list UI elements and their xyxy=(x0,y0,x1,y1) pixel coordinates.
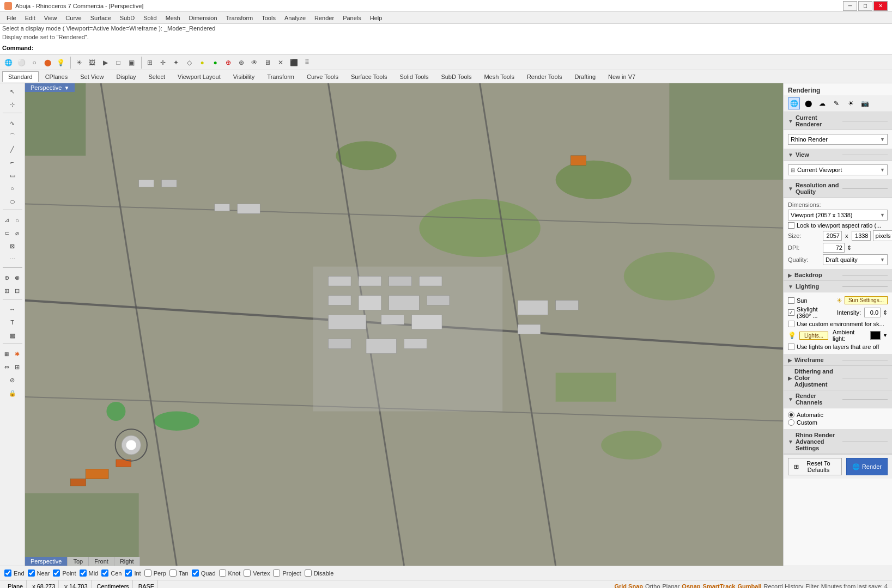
snap-vertex[interactable]: Vertex xyxy=(244,569,270,577)
tool-hide[interactable]: ⊘ xyxy=(2,374,23,386)
sun-checkbox[interactable] xyxy=(788,297,794,304)
tool-hatch[interactable]: ▩ xyxy=(2,329,23,341)
reset-defaults-button[interactable]: ⊞ Reset To Defaults xyxy=(788,458,842,475)
snap-knot[interactable]: Knot xyxy=(219,569,241,577)
tab-surface-tools[interactable]: Surface Tools xyxy=(345,71,393,82)
automatic-radio[interactable] xyxy=(788,412,794,418)
menu-help[interactable]: Help xyxy=(366,14,387,22)
menu-transform[interactable]: Transform xyxy=(222,14,258,22)
snap-grid[interactable]: Grid Snap xyxy=(614,583,643,589)
tool-ellipse[interactable]: ⬭ xyxy=(2,195,23,207)
tool-patch[interactable]: ⊠ xyxy=(2,240,23,252)
tab-solid-tools[interactable]: Solid Tools xyxy=(393,71,434,82)
tool-cube2[interactable]: ⬛ xyxy=(288,57,300,69)
menu-mesh[interactable]: Mesh xyxy=(161,14,185,22)
tool-star[interactable]: ✦ xyxy=(170,57,182,69)
menu-render[interactable]: Render xyxy=(310,14,338,22)
tool-arc[interactable]: ⌒ xyxy=(2,130,23,142)
vp-tab-right[interactable]: Right xyxy=(114,557,140,566)
width-input[interactable] xyxy=(823,231,842,241)
skylight-checkbox[interactable] xyxy=(788,309,794,316)
tool-polyline[interactable]: ⌐ xyxy=(2,156,23,168)
tool-text[interactable]: T xyxy=(2,316,23,328)
tool-diamond[interactable]: ◇ xyxy=(183,57,195,69)
tab-curve-tools[interactable]: Curve Tools xyxy=(301,71,344,82)
snap-perp[interactable]: Perp xyxy=(144,569,166,577)
command-prompt[interactable]: Command: xyxy=(2,42,890,53)
panel-icon-camera[interactable]: 📷 xyxy=(859,97,871,109)
intensity-input[interactable] xyxy=(864,308,881,317)
quality-dropdown[interactable]: Draft quality ▼ xyxy=(823,254,888,265)
panel-icon-render[interactable]: 🌐 xyxy=(788,97,800,109)
tool-monitor[interactable]: 🖥 xyxy=(262,57,274,69)
tab-select[interactable]: Select xyxy=(143,71,172,82)
tool-light[interactable]: 💡 xyxy=(54,57,66,69)
panel-icon-material[interactable]: ⬤ xyxy=(802,97,814,109)
section-backdrop-header[interactable]: ▶ Backdrop xyxy=(784,270,892,281)
tool-loft[interactable]: ⊂ xyxy=(2,227,12,239)
tool-plane[interactable]: ⋯ xyxy=(2,253,23,265)
tool-orange-sphere[interactable]: ⬤ xyxy=(41,57,53,69)
tab-visibility[interactable]: Visibility xyxy=(227,71,261,82)
tool-t1[interactable]: ⊕ xyxy=(2,272,12,284)
tool-move2[interactable]: ⇔ xyxy=(2,361,12,373)
panel-icon-light[interactable]: ✎ xyxy=(830,97,842,109)
tab-standard[interactable]: Standard xyxy=(2,71,39,82)
dpi-spinner[interactable]: ⇕ xyxy=(847,244,852,252)
menu-dimension[interactable]: Dimension xyxy=(185,14,222,22)
snap-smarttrack[interactable]: SmartTrack xyxy=(703,583,736,589)
ambient-arrow[interactable]: ▼ xyxy=(883,333,888,338)
custom-radio[interactable] xyxy=(788,419,794,426)
snap-mid[interactable]: Mid xyxy=(80,569,99,577)
tab-setview[interactable]: Set View xyxy=(74,71,110,82)
tool-red[interactable]: ⊕ xyxy=(222,57,234,69)
lights-button[interactable]: Lights... xyxy=(799,332,828,340)
tool-circle[interactable]: ○ xyxy=(28,57,40,69)
tab-viewport-layout[interactable]: Viewport Layout xyxy=(172,71,227,82)
viewport-dropdown-icon[interactable]: ▼ xyxy=(64,85,69,91)
tab-render-tools[interactable]: Render Tools xyxy=(521,71,568,82)
tool-rect[interactable]: ▭ xyxy=(2,169,23,181)
ambient-color-swatch[interactable] xyxy=(870,331,881,340)
tab-subd-tools[interactable]: SubD Tools xyxy=(435,71,477,82)
tool-curve[interactable]: ∿ xyxy=(2,117,23,129)
snap-near[interactable]: Near xyxy=(28,569,50,577)
tab-display[interactable]: Display xyxy=(110,71,142,82)
tool-sun[interactable]: ☀ xyxy=(73,57,85,69)
tool-view[interactable]: ⊛ xyxy=(235,57,247,69)
viewport-canvas[interactable]: Perspective Top Front Right xyxy=(25,83,783,566)
section-advanced-header[interactable]: ▼ Rhino Render Advanced Settings xyxy=(784,430,892,454)
snap-project[interactable]: Project xyxy=(273,569,301,577)
tool-globe[interactable]: 🌐 xyxy=(2,57,14,69)
section-render-channels-header[interactable]: ▼ Render Channels xyxy=(784,390,892,408)
tool-dots[interactable]: ⠿ xyxy=(301,57,313,69)
close-button[interactable]: ✕ xyxy=(873,1,888,11)
height-input[interactable] xyxy=(852,231,871,241)
menu-subd[interactable]: SubD xyxy=(116,14,139,22)
snap-cen[interactable]: Cen xyxy=(101,569,122,577)
minimize-button[interactable]: ─ xyxy=(843,1,857,11)
viewport-tab-perspective[interactable]: Perspective ▼ xyxy=(25,83,75,92)
tool-line[interactable]: ╱ xyxy=(2,143,23,155)
section-current-renderer-header[interactable]: ▼ Current Renderer xyxy=(784,112,892,130)
snap-quad[interactable]: Quad xyxy=(192,569,216,577)
snap-planar[interactable]: Planar xyxy=(663,583,680,589)
tool-t2[interactable]: ⊗ xyxy=(13,272,22,284)
tool-green[interactable]: ● xyxy=(209,57,221,69)
menu-surface[interactable]: Surface xyxy=(86,14,116,22)
tool-move[interactable]: ✛ xyxy=(157,57,169,69)
snap-point[interactable]: Point xyxy=(53,569,76,577)
tool-sphere[interactable]: ⚪ xyxy=(15,57,27,69)
snap-disable[interactable]: Disable xyxy=(305,569,334,577)
custom-env-checkbox[interactable] xyxy=(788,321,794,327)
menu-tools[interactable]: Tools xyxy=(257,14,280,22)
tool-ext[interactable]: ⊿ xyxy=(2,214,12,226)
tab-new-v7[interactable]: New in V7 xyxy=(602,71,641,82)
tool-box[interactable]: □ xyxy=(112,57,124,69)
menu-analyze[interactable]: Analyze xyxy=(280,14,310,22)
tool-render1[interactable]: ▶ xyxy=(99,57,111,69)
snap-int[interactable]: Int xyxy=(125,569,141,577)
snap-end[interactable]: End xyxy=(4,569,25,577)
layer-lights-checkbox[interactable] xyxy=(788,344,794,350)
sun-settings-button[interactable]: Sun Settings... xyxy=(845,296,888,304)
